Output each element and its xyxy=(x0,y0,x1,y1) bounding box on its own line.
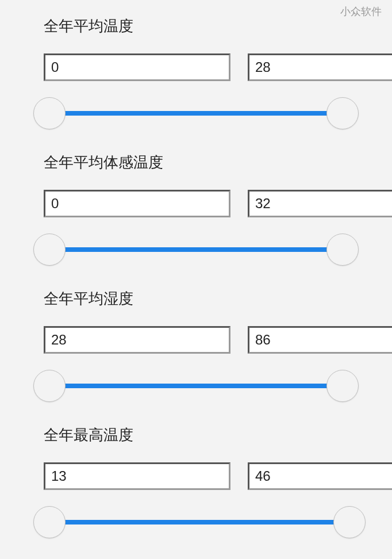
inputs-row xyxy=(44,462,348,490)
filter-group-feels-like-temp: 全年平均体感温度 xyxy=(44,152,348,266)
slider-track xyxy=(49,247,343,252)
slider-handle-max[interactable] xyxy=(333,506,366,538)
filter-label: 全年平均湿度 xyxy=(44,289,348,309)
max-input[interactable] xyxy=(248,53,392,81)
max-input[interactable] xyxy=(248,190,392,217)
slider-track xyxy=(49,384,343,388)
slider-handle-min[interactable] xyxy=(33,97,66,129)
inputs-row xyxy=(44,326,348,354)
inputs-row xyxy=(44,53,348,81)
max-input[interactable] xyxy=(248,326,392,354)
slider-track xyxy=(49,520,343,524)
min-input[interactable] xyxy=(44,53,230,81)
filter-label: 全年平均温度 xyxy=(44,16,348,36)
range-slider[interactable] xyxy=(33,233,359,266)
watermark-text: 小众软件 xyxy=(340,5,382,18)
slider-handle-min[interactable] xyxy=(33,233,66,266)
min-input[interactable] xyxy=(44,190,230,217)
slider-handle-min[interactable] xyxy=(33,506,66,538)
min-input[interactable] xyxy=(44,326,230,354)
slider-handle-max[interactable] xyxy=(326,97,359,129)
min-input[interactable] xyxy=(44,462,230,490)
filter-group-avg-humidity: 全年平均湿度 xyxy=(44,289,348,402)
range-slider[interactable] xyxy=(33,97,359,129)
filter-group-max-temp: 全年最高温度 xyxy=(44,425,348,538)
inputs-row xyxy=(44,190,348,217)
filter-group-avg-temp: 全年平均温度 xyxy=(44,16,348,129)
filter-label: 全年最高温度 xyxy=(44,425,348,445)
slider-track xyxy=(49,111,343,116)
filter-panel: 全年平均温度 全年平均体感温度 全年平均湿度 xyxy=(0,0,392,538)
filter-label: 全年平均体感温度 xyxy=(44,152,348,173)
range-slider[interactable] xyxy=(33,506,359,538)
slider-handle-min[interactable] xyxy=(33,370,66,402)
slider-handle-max[interactable] xyxy=(326,233,359,266)
range-slider[interactable] xyxy=(33,370,359,402)
max-input[interactable] xyxy=(248,462,392,490)
slider-handle-max[interactable] xyxy=(326,370,359,402)
